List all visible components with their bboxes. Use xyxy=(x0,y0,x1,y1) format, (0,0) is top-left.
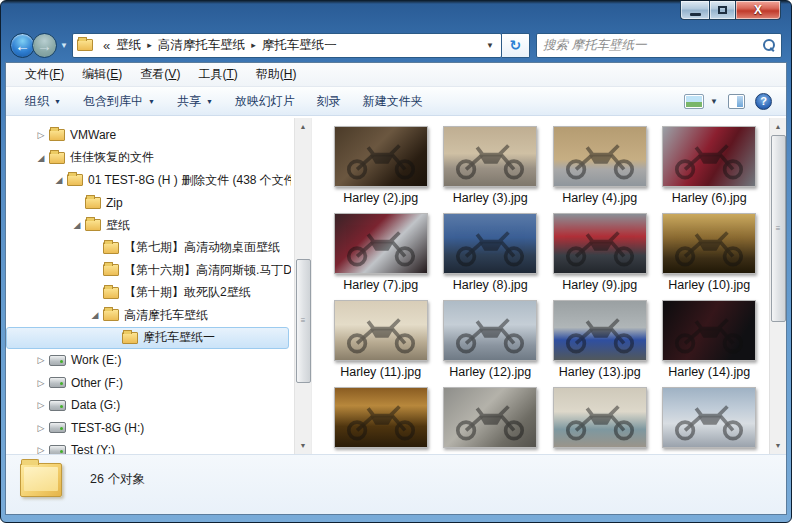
folder-icon xyxy=(85,219,101,231)
tree-item-8[interactable]: ◢高清摩托车壁纸 xyxy=(6,304,291,327)
tree-scroll-track[interactable]: ≡ xyxy=(295,135,312,437)
item-count: 26 个对象 xyxy=(90,471,145,488)
tree-item-label: 【第十期】敢死队2壁纸 xyxy=(124,284,251,301)
tree-item-1[interactable]: ◢佳佳恢复的文件 xyxy=(6,147,291,170)
help-icon[interactable]: ? xyxy=(755,93,772,110)
toolbar-right: ▼ ? xyxy=(684,93,778,110)
tree-item-2[interactable]: ◢01 TEST-8G (H ) 删除文件 (438 个文件 xyxy=(6,169,291,192)
file-item-4[interactable]: Harley (7).jpg xyxy=(326,213,436,295)
refresh-button[interactable]: ↻ xyxy=(502,33,530,58)
file-thumbnail xyxy=(443,213,537,274)
expander-icon[interactable]: ▷ xyxy=(34,378,48,388)
tree-item-9[interactable]: 摩托车壁纸一 xyxy=(6,327,289,350)
expander-icon[interactable]: ▷ xyxy=(34,400,48,410)
file-item-7[interactable]: Harley (10).jpg xyxy=(655,213,765,295)
menu-item-h[interactable]: 帮助(H) xyxy=(247,63,306,86)
file-item-0[interactable]: Harley (2).jpg xyxy=(326,126,436,208)
scroll-up-icon[interactable]: ▲ xyxy=(770,118,787,135)
file-item-8[interactable]: Harley (11).jpg xyxy=(326,300,436,382)
tree-item-14[interactable]: ▷Test (Y:) xyxy=(6,439,291,454)
preview-pane-icon[interactable] xyxy=(728,94,745,109)
filelist-scroll-track[interactable]: ≡ xyxy=(770,135,787,437)
tree-item-label: 【第十六期】高清阿斯顿.马丁DB9 xyxy=(124,262,291,279)
tree-item-12[interactable]: ▷Data (G:) xyxy=(6,394,291,417)
address-dropdown-icon[interactable]: ▼ xyxy=(483,41,497,50)
tree-item-13[interactable]: ▷TEST-8G (H:) xyxy=(6,417,291,440)
file-item-3[interactable]: Harley (6).jpg xyxy=(655,126,765,208)
toolbar-button-new-folder[interactable]: 新建文件夹 xyxy=(352,88,434,115)
expander-icon[interactable]: ◢ xyxy=(70,220,84,230)
tree-item-10[interactable]: ▷Work (E:) xyxy=(6,349,291,372)
tree-item-7[interactable]: 【第十期】敢死队2壁纸 xyxy=(6,282,291,305)
file-item-1[interactable]: Harley (3).jpg xyxy=(436,126,546,208)
breadcrumb-item[interactable]: 高清摩托车壁纸 xyxy=(158,37,246,54)
expander-icon[interactable]: ▷ xyxy=(34,423,48,433)
scroll-down-icon[interactable]: ▼ xyxy=(295,437,312,454)
drive-icon xyxy=(49,400,66,411)
tree-item-4[interactable]: ◢壁纸 xyxy=(6,214,291,237)
breadcrumb-overflow[interactable]: « xyxy=(103,38,110,53)
toolbar-button-include-in-library[interactable]: 包含到库中▼ xyxy=(72,88,166,115)
scroll-down-icon[interactable]: ▼ xyxy=(770,437,787,454)
navigation-bar: ← → ▼ « 壁纸 ▸ 高清摩托车壁纸 ▸ 摩托车壁纸一 ▼ ↻ xyxy=(5,28,787,62)
tree-item-0[interactable]: ▷VMWare xyxy=(6,124,291,147)
breadcrumb-item[interactable]: 壁纸 xyxy=(116,37,141,54)
scroll-up-icon[interactable]: ▲ xyxy=(295,118,312,135)
expander-icon[interactable]: ◢ xyxy=(52,175,66,185)
file-item-9[interactable]: Harley (12).jpg xyxy=(436,300,546,382)
tree-item-5[interactable]: 【第七期】高清动物桌面壁纸 xyxy=(6,237,291,260)
tree-item-6[interactable]: 【第十六期】高清阿斯顿.马丁DB9 xyxy=(6,259,291,282)
toolbar-button-label: 放映幻灯片 xyxy=(235,93,295,110)
expander-icon[interactable]: ◢ xyxy=(34,153,48,163)
search-input[interactable] xyxy=(543,38,763,52)
file-thumbnail xyxy=(662,300,756,361)
expander-icon[interactable]: ◢ xyxy=(88,310,102,320)
breadcrumb-separator-icon: ▸ xyxy=(147,40,152,50)
folder-icon xyxy=(103,309,119,321)
close-button[interactable]: X xyxy=(736,1,781,20)
toolbar-button-organize[interactable]: 组织▼ xyxy=(14,88,72,115)
minimize-button[interactable] xyxy=(680,1,709,20)
file-item-11[interactable]: Harley (14).jpg xyxy=(655,300,765,382)
filelist-scrollbar[interactable]: ▲ ≡ ▼ xyxy=(769,118,786,454)
file-thumbnail xyxy=(443,126,537,187)
drive-icon xyxy=(49,422,66,433)
tree-scroll-thumb[interactable]: ≡ xyxy=(296,259,311,383)
folder-icon xyxy=(67,174,83,186)
expander-icon[interactable]: ▷ xyxy=(34,445,48,454)
tree-item-3[interactable]: Zip xyxy=(6,192,291,215)
tree-item-label: 壁纸 xyxy=(106,217,130,234)
toolbar-button-label: 组织 xyxy=(25,93,49,110)
change-view-dropdown-icon[interactable]: ▼ xyxy=(710,97,718,106)
file-item-10[interactable]: Harley (13).jpg xyxy=(545,300,655,382)
tree-scrollbar[interactable]: ▲ ≡ ▼ xyxy=(294,118,311,454)
recent-pages-dropdown[interactable]: ▼ xyxy=(60,41,68,50)
folder-icon xyxy=(20,463,62,497)
command-toolbar: 组织▼包含到库中▼共享▼放映幻灯片刻录新建文件夹 ▼ ? xyxy=(6,87,786,116)
search-icon xyxy=(763,39,775,51)
menu-item-f[interactable]: 文件(F) xyxy=(16,63,73,86)
file-item-5[interactable]: Harley (8).jpg xyxy=(436,213,546,295)
forward-icon: → xyxy=(37,37,52,54)
address-bar[interactable]: « 壁纸 ▸ 高清摩托车壁纸 ▸ 摩托车壁纸一 ▼ xyxy=(72,33,502,58)
change-view-icon[interactable] xyxy=(684,94,704,109)
breadcrumb-item[interactable]: 摩托车壁纸一 xyxy=(262,37,337,54)
toolbar-button-slideshow[interactable]: 放映幻灯片 xyxy=(224,88,306,115)
file-item-6[interactable]: Harley (9).jpg xyxy=(545,213,655,295)
expander-icon[interactable]: ▷ xyxy=(34,355,48,365)
search-box[interactable] xyxy=(536,33,782,58)
toolbar-button-share[interactable]: 共享▼ xyxy=(166,88,224,115)
toolbar-buttons: 组织▼包含到库中▼共享▼放映幻灯片刻录新建文件夹 xyxy=(14,88,434,115)
tree-item-11[interactable]: ▷Other (F:) xyxy=(6,372,291,395)
expander-icon[interactable]: ▷ xyxy=(34,130,48,140)
filelist-scroll-thumb[interactable]: ≡ xyxy=(771,135,786,322)
menu-item-v[interactable]: 查看(V) xyxy=(131,63,189,86)
forward-button[interactable]: → xyxy=(32,33,57,58)
menu-item-e[interactable]: 编辑(E) xyxy=(73,63,131,86)
maximize-button[interactable] xyxy=(709,1,736,20)
toolbar-button-burn[interactable]: 刻录 xyxy=(306,88,352,115)
window-body: 文件(F)编辑(E)查看(V)工具(T)帮助(H) 组织▼包含到库中▼共享▼放映… xyxy=(5,62,787,515)
file-item-2[interactable]: Harley (4).jpg xyxy=(545,126,655,208)
minimize-icon xyxy=(690,13,701,16)
menu-item-t[interactable]: 工具(T) xyxy=(189,63,246,86)
